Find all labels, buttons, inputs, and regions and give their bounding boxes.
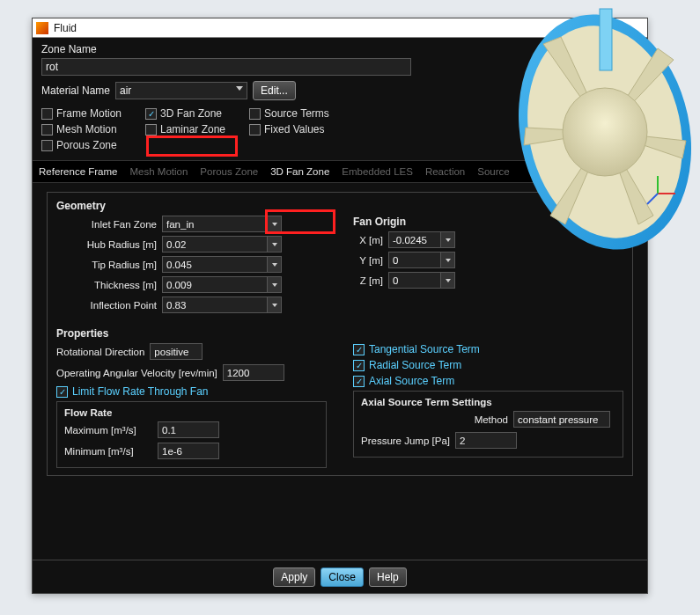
- hub-radius-drop[interactable]: [268, 236, 282, 253]
- chevron-down-icon: [236, 86, 243, 91]
- inflection-label: Inflection Point: [56, 300, 162, 311]
- zone-name-input[interactable]: [41, 58, 411, 76]
- thickness-drop[interactable]: [268, 276, 282, 293]
- tab-reaction[interactable]: Reaction: [419, 161, 471, 182]
- source-terms-checkbox[interactable]: Source Terms: [249, 107, 346, 120]
- tab-row: Reference Frame Mesh Motion Porous Zone …: [33, 160, 647, 183]
- properties-title: Properties: [56, 327, 623, 340]
- tab-embedded-les[interactable]: Embedded LES: [335, 161, 419, 182]
- origin-z-label: Z [m]: [353, 275, 388, 286]
- flow-max-input[interactable]: [158, 421, 219, 438]
- axial-settings-title: Axial Source Term Settings: [361, 397, 615, 407]
- radial-checkbox[interactable]: Radial Source Term: [353, 359, 623, 371]
- flow-min-label: Minimum [m³/s]: [64, 446, 152, 457]
- laminar-zone-checkbox[interactable]: Laminar Zone: [145, 123, 242, 135]
- origin-y-input[interactable]: [388, 252, 441, 268]
- origin-x-drop[interactable]: [441, 231, 455, 248]
- origin-x-label: X [m]: [353, 235, 388, 245]
- flow-max-label: Maximum [m³/s]: [64, 425, 152, 436]
- flow-min-input[interactable]: [158, 443, 219, 459]
- frame-motion-checkbox[interactable]: Frame Motion: [41, 107, 138, 120]
- tangential-checkbox[interactable]: Tangential Source Term: [353, 343, 623, 355]
- fixed-values-checkbox[interactable]: Fixed Values: [249, 123, 346, 135]
- pjump-input[interactable]: [455, 432, 517, 449]
- origin-y-drop[interactable]: [441, 252, 455, 268]
- zone-name-label: Zone Name: [41, 43, 638, 55]
- pjump-label: Pressure Jump [Pa]: [361, 436, 450, 446]
- hub-radius-label: Hub Radius [m]: [56, 239, 162, 250]
- apply-button[interactable]: Apply: [273, 567, 315, 587]
- 3d-fan-zone-checkbox[interactable]: 3D Fan Zone: [145, 107, 242, 120]
- origin-z-drop[interactable]: [441, 272, 455, 289]
- hub-radius-input[interactable]: [162, 236, 268, 253]
- rot-dir-input[interactable]: [150, 343, 203, 360]
- ang-vel-input[interactable]: [223, 364, 284, 381]
- svg-line-12: [647, 194, 658, 204]
- material-name-combo[interactable]: air: [115, 82, 247, 99]
- material-name-label: Material Name: [41, 84, 110, 97]
- tab-3d-fan-zone[interactable]: 3D Fan Zone: [264, 161, 335, 182]
- dialog-button-row: Apply Close Help: [33, 560, 647, 593]
- close-button[interactable]: Close: [321, 567, 364, 587]
- tab-mesh-motion[interactable]: Mesh Motion: [123, 161, 194, 182]
- titlebar: Fluid: [33, 18, 647, 38]
- tip-radius-drop[interactable]: [268, 256, 282, 273]
- origin-y-label: Y [m]: [353, 255, 388, 266]
- window-title: Fluid: [54, 22, 77, 34]
- fan-origin-title: Fan Origin: [353, 216, 623, 228]
- inlet-fan-zone-drop[interactable]: [268, 216, 282, 232]
- thickness-label: Thickness [m]: [56, 280, 162, 290]
- method-input[interactable]: [513, 411, 610, 428]
- inlet-fan-zone-input[interactable]: [162, 216, 268, 232]
- edit-material-button[interactable]: Edit...: [253, 81, 296, 100]
- tab-porous-zone[interactable]: Porous Zone: [194, 161, 264, 182]
- tip-radius-input[interactable]: [162, 256, 268, 273]
- geometry-title: Geometry: [56, 200, 623, 212]
- material-name-value: air: [120, 84, 131, 97]
- app-icon: [36, 22, 48, 34]
- flow-rate-title: Flow Rate: [64, 407, 319, 418]
- origin-z-input[interactable]: [388, 272, 441, 289]
- ang-vel-label: Operating Angular Velocity [rev/min]: [56, 368, 217, 378]
- limit-flow-checkbox[interactable]: Limit Flow Rate Through Fan: [56, 385, 327, 398]
- axial-checkbox[interactable]: Axial Source Term: [353, 375, 623, 387]
- porous-zone-checkbox[interactable]: Porous Zone: [41, 139, 138, 151]
- tab-reference-frame[interactable]: Reference Frame: [33, 161, 123, 182]
- thickness-input[interactable]: [162, 276, 268, 293]
- rot-dir-label: Rotational Direction: [56, 347, 144, 357]
- origin-x-input[interactable]: [388, 231, 441, 248]
- tab-source[interactable]: Source: [471, 161, 515, 182]
- method-label: Method: [475, 414, 508, 425]
- mesh-motion-checkbox[interactable]: Mesh Motion: [41, 123, 138, 135]
- inflection-input[interactable]: [162, 297, 268, 313]
- help-button[interactable]: Help: [369, 567, 407, 587]
- tip-radius-label: Tip Radius [m]: [56, 260, 162, 270]
- fluid-dialog: Fluid Zone Name Material Name air Edit..…: [32, 18, 648, 594]
- inlet-fan-zone-label: Inlet Fan Zone: [56, 219, 162, 230]
- inflection-drop[interactable]: [268, 297, 282, 313]
